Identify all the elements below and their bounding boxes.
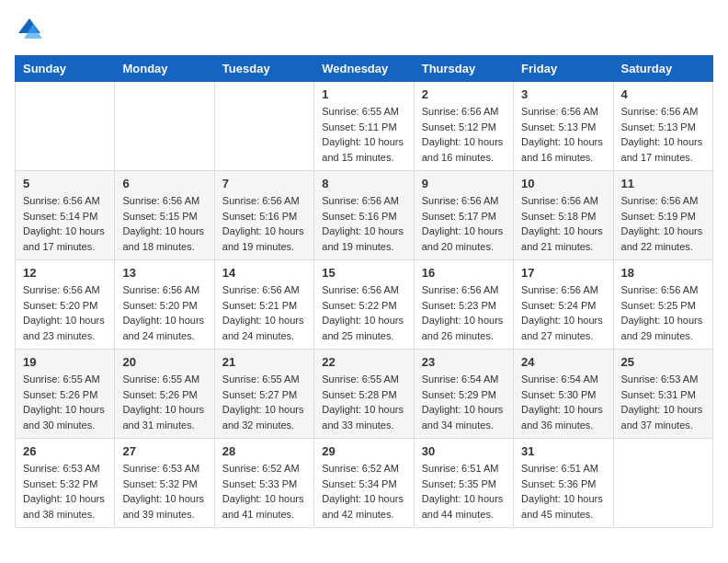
calendar-day-cell: 13Sunrise: 6:56 AMSunset: 5:20 PMDayligh… <box>115 260 214 350</box>
day-number: 25 <box>621 355 705 369</box>
day-of-week-header: Monday <box>115 56 214 82</box>
day-of-week-header: Friday <box>514 56 613 82</box>
calendar-day-cell: 17Sunrise: 6:56 AMSunset: 5:24 PMDayligh… <box>514 260 613 350</box>
day-number: 5 <box>23 177 107 190</box>
day-info: Sunrise: 6:56 AMSunset: 5:24 PMDaylight:… <box>521 282 605 343</box>
calendar-day-cell: 3Sunrise: 6:56 AMSunset: 5:13 PMDaylight… <box>514 82 613 171</box>
calendar-week-row: 26Sunrise: 6:53 AMSunset: 5:32 PMDayligh… <box>16 439 713 528</box>
calendar-week-row: 19Sunrise: 6:55 AMSunset: 5:26 PMDayligh… <box>16 350 713 439</box>
day-info: Sunrise: 6:56 AMSunset: 5:13 PMDaylight:… <box>621 104 705 165</box>
calendar-day-cell: 21Sunrise: 6:55 AMSunset: 5:27 PMDayligh… <box>214 350 313 439</box>
calendar-header-row: SundayMondayTuesdayWednesdayThursdayFrid… <box>16 56 713 82</box>
day-number: 6 <box>122 177 206 190</box>
calendar-day-cell: 15Sunrise: 6:56 AMSunset: 5:22 PMDayligh… <box>314 260 414 350</box>
day-number: 15 <box>322 266 405 280</box>
day-info: Sunrise: 6:56 AMSunset: 5:17 PMDaylight:… <box>422 193 506 254</box>
day-number: 3 <box>521 87 605 101</box>
day-info: Sunrise: 6:56 AMSunset: 5:21 PMDaylight:… <box>222 282 306 343</box>
day-number: 26 <box>23 444 107 458</box>
calendar-table: SundayMondayTuesdayWednesdayThursdayFrid… <box>15 55 713 528</box>
day-info: Sunrise: 6:56 AMSunset: 5:20 PMDaylight:… <box>23 282 107 343</box>
calendar-day-cell: 20Sunrise: 6:55 AMSunset: 5:26 PMDayligh… <box>115 350 214 439</box>
day-number: 14 <box>222 266 306 280</box>
day-number: 13 <box>122 266 206 280</box>
day-info: Sunrise: 6:56 AMSunset: 5:12 PMDaylight:… <box>422 104 506 165</box>
day-info: Sunrise: 6:53 AMSunset: 5:32 PMDaylight:… <box>23 461 107 522</box>
calendar-day-cell: 16Sunrise: 6:56 AMSunset: 5:23 PMDayligh… <box>414 260 513 350</box>
day-info: Sunrise: 6:56 AMSunset: 5:15 PMDaylight:… <box>122 193 206 254</box>
day-info: Sunrise: 6:56 AMSunset: 5:18 PMDaylight:… <box>521 193 605 254</box>
calendar-day-cell: 2Sunrise: 6:56 AMSunset: 5:12 PMDaylight… <box>414 82 513 171</box>
calendar-day-cell: 24Sunrise: 6:54 AMSunset: 5:30 PMDayligh… <box>514 350 613 439</box>
calendar-day-cell <box>613 439 712 528</box>
calendar-day-cell: 12Sunrise: 6:56 AMSunset: 5:20 PMDayligh… <box>16 260 115 350</box>
calendar-day-cell: 31Sunrise: 6:51 AMSunset: 5:36 PMDayligh… <box>514 439 613 528</box>
day-number: 22 <box>322 355 405 369</box>
logo-icon <box>15 15 44 44</box>
calendar-day-cell: 22Sunrise: 6:55 AMSunset: 5:28 PMDayligh… <box>314 350 414 439</box>
day-number: 28 <box>222 444 306 458</box>
calendar-day-cell: 14Sunrise: 6:56 AMSunset: 5:21 PMDayligh… <box>214 260 313 350</box>
day-number: 9 <box>422 177 506 190</box>
day-of-week-header: Thursday <box>414 56 513 82</box>
calendar-day-cell: 29Sunrise: 6:52 AMSunset: 5:34 PMDayligh… <box>314 439 414 528</box>
day-info: Sunrise: 6:53 AMSunset: 5:32 PMDaylight:… <box>122 461 206 522</box>
day-of-week-header: Sunday <box>16 56 115 82</box>
calendar-week-row: 12Sunrise: 6:56 AMSunset: 5:20 PMDayligh… <box>16 260 713 350</box>
day-info: Sunrise: 6:56 AMSunset: 5:25 PMDaylight:… <box>621 282 705 343</box>
day-info: Sunrise: 6:56 AMSunset: 5:14 PMDaylight:… <box>23 193 107 254</box>
day-info: Sunrise: 6:55 AMSunset: 5:28 PMDaylight:… <box>322 372 405 432</box>
calendar-day-cell: 10Sunrise: 6:56 AMSunset: 5:18 PMDayligh… <box>514 171 613 260</box>
day-number: 20 <box>122 355 206 369</box>
day-number: 2 <box>422 87 506 101</box>
day-info: Sunrise: 6:51 AMSunset: 5:36 PMDaylight:… <box>521 461 605 522</box>
calendar-day-cell: 1Sunrise: 6:55 AMSunset: 5:11 PMDaylight… <box>314 82 414 171</box>
day-number: 8 <box>322 177 405 190</box>
day-info: Sunrise: 6:54 AMSunset: 5:29 PMDaylight:… <box>422 372 506 432</box>
day-of-week-header: Saturday <box>613 56 712 82</box>
day-info: Sunrise: 6:52 AMSunset: 5:33 PMDaylight:… <box>222 461 306 522</box>
day-number: 29 <box>322 444 405 458</box>
calendar-day-cell: 11Sunrise: 6:56 AMSunset: 5:19 PMDayligh… <box>613 171 712 260</box>
day-info: Sunrise: 6:55 AMSunset: 5:27 PMDaylight:… <box>222 372 306 432</box>
calendar-day-cell: 27Sunrise: 6:53 AMSunset: 5:32 PMDayligh… <box>115 439 214 528</box>
day-info: Sunrise: 6:55 AMSunset: 5:26 PMDaylight:… <box>122 372 206 432</box>
page-header <box>15 15 713 44</box>
calendar-day-cell <box>16 82 115 171</box>
day-info: Sunrise: 6:56 AMSunset: 5:19 PMDaylight:… <box>621 193 705 254</box>
calendar-day-cell: 30Sunrise: 6:51 AMSunset: 5:35 PMDayligh… <box>414 439 513 528</box>
day-number: 24 <box>521 355 605 369</box>
day-number: 31 <box>521 444 605 458</box>
day-info: Sunrise: 6:52 AMSunset: 5:34 PMDaylight:… <box>322 461 405 522</box>
day-number: 19 <box>23 355 107 369</box>
day-info: Sunrise: 6:56 AMSunset: 5:23 PMDaylight:… <box>422 282 506 343</box>
day-number: 10 <box>521 177 605 190</box>
day-number: 30 <box>422 444 506 458</box>
day-info: Sunrise: 6:54 AMSunset: 5:30 PMDaylight:… <box>521 372 605 432</box>
day-number: 1 <box>322 87 405 101</box>
day-number: 11 <box>621 177 705 190</box>
calendar-week-row: 1Sunrise: 6:55 AMSunset: 5:11 PMDaylight… <box>16 82 713 171</box>
day-of-week-header: Tuesday <box>214 56 313 82</box>
calendar-day-cell: 4Sunrise: 6:56 AMSunset: 5:13 PMDaylight… <box>613 82 712 171</box>
logo <box>15 15 48 44</box>
day-info: Sunrise: 6:55 AMSunset: 5:11 PMDaylight:… <box>322 104 405 165</box>
calendar-week-row: 5Sunrise: 6:56 AMSunset: 5:14 PMDaylight… <box>16 171 713 260</box>
day-info: Sunrise: 6:56 AMSunset: 5:20 PMDaylight:… <box>122 282 206 343</box>
day-number: 7 <box>222 177 306 190</box>
calendar-day-cell: 23Sunrise: 6:54 AMSunset: 5:29 PMDayligh… <box>414 350 513 439</box>
calendar-day-cell <box>214 82 313 171</box>
calendar-day-cell: 8Sunrise: 6:56 AMSunset: 5:16 PMDaylight… <box>314 171 414 260</box>
day-info: Sunrise: 6:51 AMSunset: 5:35 PMDaylight:… <box>422 461 506 522</box>
day-info: Sunrise: 6:53 AMSunset: 5:31 PMDaylight:… <box>621 372 705 432</box>
day-info: Sunrise: 6:56 AMSunset: 5:22 PMDaylight:… <box>322 282 405 343</box>
day-info: Sunrise: 6:56 AMSunset: 5:13 PMDaylight:… <box>521 104 605 165</box>
day-number: 17 <box>521 266 605 280</box>
calendar-day-cell: 19Sunrise: 6:55 AMSunset: 5:26 PMDayligh… <box>16 350 115 439</box>
day-info: Sunrise: 6:56 AMSunset: 5:16 PMDaylight:… <box>322 193 405 254</box>
calendar-day-cell: 6Sunrise: 6:56 AMSunset: 5:15 PMDaylight… <box>115 171 214 260</box>
calendar-day-cell: 9Sunrise: 6:56 AMSunset: 5:17 PMDaylight… <box>414 171 513 260</box>
day-number: 27 <box>122 444 206 458</box>
calendar-day-cell: 26Sunrise: 6:53 AMSunset: 5:32 PMDayligh… <box>16 439 115 528</box>
day-number: 21 <box>222 355 306 369</box>
